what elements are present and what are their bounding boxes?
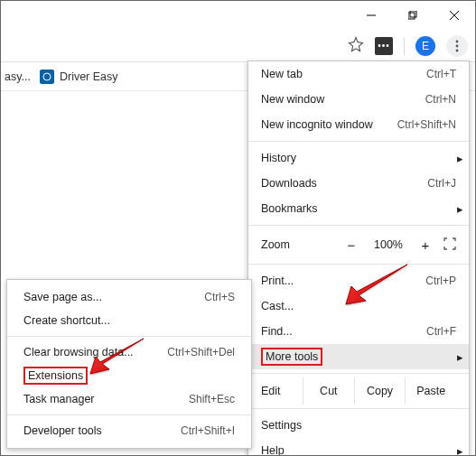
menu-shortcut: Ctrl+Shift+I bbox=[181, 424, 235, 437]
menu-shortcut: Ctrl+Shift+N bbox=[397, 118, 456, 131]
bookmark-item[interactable]: asy... bbox=[5, 70, 31, 83]
bookmark-item[interactable]: Driver Easy bbox=[40, 70, 118, 84]
menu-label: Help bbox=[261, 444, 456, 456]
chevron-right-icon: ▸ bbox=[457, 444, 463, 457]
bookmark-label: Driver Easy bbox=[60, 70, 118, 83]
svg-rect-1 bbox=[408, 13, 415, 19]
svg-point-8 bbox=[43, 73, 51, 80]
edit-paste-button[interactable]: Paste bbox=[405, 377, 456, 405]
bookmark-star-icon[interactable] bbox=[348, 36, 364, 56]
menu-cast[interactable]: Cast... bbox=[248, 293, 469, 319]
menu-label: New incognito window bbox=[261, 118, 397, 131]
chevron-right-icon: ▸ bbox=[457, 350, 463, 364]
menu-shortcut: Ctrl+Shift+Del bbox=[167, 346, 235, 358]
menu-shortcut: Ctrl+N bbox=[425, 93, 456, 106]
menu-find[interactable]: Find... Ctrl+F bbox=[248, 319, 469, 344]
browser-toolbar: ••• E bbox=[1, 30, 475, 62]
submenu-clear-browsing[interactable]: Clear browsing data... Ctrl+Shift+Del bbox=[7, 340, 251, 364]
edit-copy-button[interactable]: Copy bbox=[354, 377, 406, 405]
menu-separator bbox=[7, 414, 251, 415]
menu-label: Clear browsing data... bbox=[23, 346, 167, 358]
submenu-developer-tools[interactable]: Developer tools Ctrl+Shift+I bbox=[7, 419, 251, 442]
bookmark-favicon-icon bbox=[40, 70, 54, 84]
menu-label: New tab bbox=[261, 68, 426, 80]
menu-shortcut: Ctrl+S bbox=[204, 291, 235, 303]
menu-separator bbox=[7, 336, 251, 337]
svg-point-6 bbox=[456, 44, 459, 47]
menu-label: Create shortcut... bbox=[23, 314, 235, 327]
menu-help[interactable]: Help ▸ bbox=[248, 438, 469, 456]
svg-rect-2 bbox=[410, 11, 416, 17]
more-tools-submenu: Save page as... Ctrl+S Create shortcut..… bbox=[6, 279, 252, 449]
chrome-main-menu: New tab Ctrl+T New window Ctrl+N New inc… bbox=[247, 60, 470, 456]
menu-shortcut: Ctrl+T bbox=[426, 68, 456, 80]
menu-zoom: Zoom − 100% + bbox=[248, 229, 469, 260]
close-button[interactable] bbox=[434, 1, 475, 30]
menu-more-tools[interactable]: More tools ▸ bbox=[248, 344, 469, 369]
menu-new-incognito[interactable]: New incognito window Ctrl+Shift+N bbox=[248, 112, 469, 137]
menu-label: New window bbox=[261, 93, 425, 106]
menu-shortcut: Ctrl+F bbox=[426, 325, 456, 338]
chevron-right-icon: ▸ bbox=[457, 202, 463, 216]
menu-shortcut: Ctrl+J bbox=[427, 177, 456, 190]
fullscreen-icon[interactable] bbox=[443, 237, 456, 253]
menu-label: Print... bbox=[261, 275, 425, 287]
zoom-in-button[interactable]: + bbox=[416, 237, 434, 253]
menu-label: Save page as... bbox=[23, 291, 204, 303]
menu-label: Extensions bbox=[23, 369, 235, 382]
menu-separator bbox=[248, 373, 469, 374]
menu-history[interactable]: History ▸ bbox=[248, 145, 469, 171]
menu-label: Developer tools bbox=[23, 424, 181, 437]
menu-label: More tools bbox=[261, 350, 456, 363]
maximize-button[interactable] bbox=[392, 1, 434, 30]
menu-settings[interactable]: Settings bbox=[248, 413, 469, 438]
profile-avatar[interactable]: E bbox=[415, 36, 435, 56]
zoom-out-button[interactable]: − bbox=[342, 237, 360, 253]
menu-label: Cast... bbox=[261, 300, 456, 312]
menu-label: Task manager bbox=[23, 393, 189, 405]
svg-point-5 bbox=[456, 40, 459, 42]
submenu-task-manager[interactable]: Task manager Shift+Esc bbox=[7, 387, 251, 411]
submenu-create-shortcut[interactable]: Create shortcut... bbox=[7, 309, 251, 332]
menu-separator bbox=[248, 141, 469, 142]
submenu-save-page[interactable]: Save page as... Ctrl+S bbox=[7, 285, 251, 309]
menu-label: Bookmarks bbox=[261, 202, 456, 215]
chevron-right-icon: ▸ bbox=[457, 152, 463, 165]
menu-separator bbox=[248, 225, 469, 226]
toolbar-divider bbox=[404, 37, 405, 55]
submenu-extensions[interactable]: Extensions bbox=[7, 364, 251, 387]
menu-edit: Edit Cut Copy Paste bbox=[248, 377, 469, 405]
bookmark-label: asy... bbox=[5, 70, 31, 83]
menu-label: Settings bbox=[261, 419, 456, 432]
window-titlebar bbox=[1, 1, 475, 30]
menu-separator bbox=[248, 264, 469, 265]
menu-label: Edit bbox=[261, 385, 303, 397]
menu-print[interactable]: Print... Ctrl+P bbox=[248, 268, 469, 293]
menu-label: History bbox=[261, 152, 456, 164]
menu-new-window[interactable]: New window Ctrl+N bbox=[248, 87, 469, 112]
menu-shortcut: Shift+Esc bbox=[189, 393, 235, 405]
menu-label: Downloads bbox=[261, 177, 427, 190]
menu-separator bbox=[248, 408, 469, 409]
minimize-button[interactable] bbox=[350, 1, 392, 30]
menu-label: Find... bbox=[261, 325, 426, 338]
menu-kebab-icon[interactable] bbox=[446, 35, 468, 57]
menu-new-tab[interactable]: New tab Ctrl+T bbox=[248, 61, 469, 87]
zoom-percentage: 100% bbox=[369, 238, 407, 251]
menu-bookmarks[interactable]: Bookmarks ▸ bbox=[248, 196, 469, 221]
menu-shortcut: Ctrl+P bbox=[425, 275, 456, 287]
menu-label: Zoom bbox=[261, 238, 333, 251]
edit-cut-button[interactable]: Cut bbox=[303, 377, 354, 405]
extension-badge[interactable]: ••• bbox=[375, 37, 393, 55]
menu-downloads[interactable]: Downloads Ctrl+J bbox=[248, 171, 469, 196]
svg-point-7 bbox=[456, 49, 459, 51]
